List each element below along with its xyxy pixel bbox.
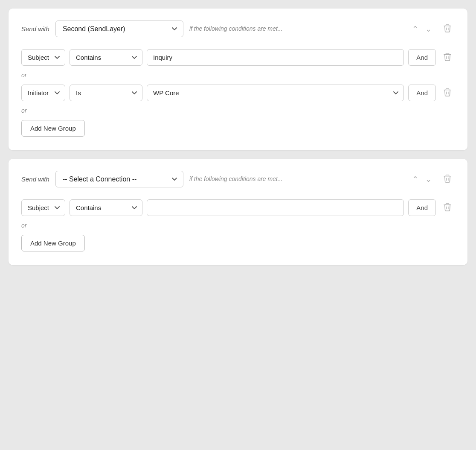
- delete-card-button-2[interactable]: [440, 172, 455, 186]
- delete-row-button-1-2[interactable]: [440, 86, 455, 99]
- arrow-group-1: ⌃ ⌄: [409, 23, 434, 35]
- or-label-2-1: or: [21, 222, 455, 229]
- trash-icon-2-1: [444, 203, 451, 211]
- operator-select-1-1[interactable]: Contains Is Is Not Does Not Contain: [70, 49, 142, 66]
- card1-header: Send with Second (SendLayer) Default Fir…: [21, 20, 455, 37]
- condition-row-1-1: Subject Initiator To From Body Contains …: [21, 49, 455, 66]
- condition-row-2-1: Subject Initiator To From Body Contains …: [21, 199, 455, 216]
- condition-row-1-2: Subject Initiator To From Body Contains …: [21, 85, 455, 101]
- value-input-2-1[interactable]: [147, 199, 404, 216]
- operator-select-1-2[interactable]: Contains Is Is Not Does Not Contain: [70, 85, 142, 101]
- add-group-button-1[interactable]: Add New Group: [21, 120, 85, 137]
- condition-card-2: Send with -- Select a Connection -- Seco…: [9, 159, 467, 265]
- and-button-1-1[interactable]: And: [408, 49, 436, 66]
- field-select-1-2[interactable]: Subject Initiator To From Body: [21, 85, 65, 101]
- and-button-1-2[interactable]: And: [408, 85, 436, 101]
- trash-icon-2: [444, 174, 451, 183]
- connection-select-1[interactable]: Second (SendLayer) Default First (SMTP): [55, 20, 183, 37]
- and-button-2-1[interactable]: And: [408, 199, 436, 216]
- move-up-button-1[interactable]: ⌃: [409, 23, 421, 35]
- delete-row-button-2-1[interactable]: [440, 201, 455, 214]
- arrow-group-2: ⌃ ⌄: [409, 174, 434, 185]
- add-group-button-2[interactable]: Add New Group: [21, 235, 85, 251]
- or-label-1-2: or: [21, 107, 455, 114]
- move-down-button-2[interactable]: ⌄: [423, 174, 434, 185]
- conditions-text-2: if the following conditions are met...: [189, 175, 403, 184]
- delete-card-button-1[interactable]: [440, 22, 455, 35]
- conditions-text-1: if the following conditions are met...: [189, 25, 403, 33]
- connection-select-2[interactable]: -- Select a Connection -- Second (SendLa…: [55, 171, 183, 187]
- move-down-button-1[interactable]: ⌄: [423, 23, 434, 35]
- card2-header: Send with -- Select a Connection -- Seco…: [21, 171, 455, 187]
- value-input-1-1[interactable]: [147, 49, 404, 66]
- send-with-label-2: Send with: [21, 175, 49, 184]
- trash-icon-1-2: [444, 88, 451, 96]
- field-select-2-1[interactable]: Subject Initiator To From Body: [21, 199, 65, 216]
- field-select-1-1[interactable]: Subject Initiator To From Body: [21, 49, 65, 66]
- send-with-label-1: Send with: [21, 25, 49, 33]
- or-label-1-1: or: [21, 72, 455, 79]
- operator-select-2-1[interactable]: Contains Is Is Not Does Not Contain: [70, 199, 142, 216]
- value-select-1-2[interactable]: WP Core Plugin Theme Manual: [147, 85, 404, 101]
- condition-card-1: Send with Second (SendLayer) Default Fir…: [9, 9, 467, 150]
- trash-icon-1: [444, 24, 451, 32]
- trash-icon-1-1: [444, 53, 451, 61]
- delete-row-button-1-1[interactable]: [440, 51, 455, 64]
- move-up-button-2[interactable]: ⌃: [409, 174, 421, 185]
